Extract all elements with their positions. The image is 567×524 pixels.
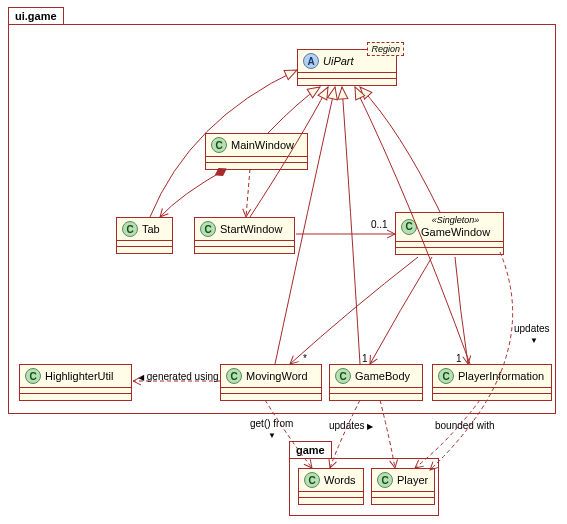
class-playerinformation: C PlayerInformation (432, 364, 552, 401)
stereotype-singleton: «Singleton» (432, 216, 480, 226)
template-param: Region (367, 42, 404, 56)
label-updates-right: updates▼ (514, 323, 550, 345)
class-playerinformation-name: PlayerInformation (458, 370, 544, 382)
class-gamewindow: C «Singleton» GameWindow (395, 212, 504, 255)
class-gamebody: C GameBody (329, 364, 423, 401)
class-startwindow-name: StartWindow (220, 223, 282, 235)
class-mainwindow-name: MainWindow (231, 139, 294, 151)
class-uipart-name: UiPart (323, 55, 354, 67)
label-bounded-with: bounded with (435, 420, 495, 431)
package-uigame-label: ui.game (8, 7, 64, 24)
class-icon: C (122, 221, 138, 237)
class-words-name: Words (324, 474, 356, 486)
class-icon: C (200, 221, 216, 237)
class-icon: C (211, 137, 227, 153)
class-icon: C (335, 368, 351, 384)
mult-0-1: 0..1 (371, 219, 388, 230)
mult-1b: 1 (456, 353, 462, 364)
class-highlighterutil: C HighlighterUtil (19, 364, 132, 401)
class-icon: C (226, 368, 242, 384)
mult-star: * (303, 353, 307, 364)
class-player-name: Player (397, 474, 428, 486)
abstract-icon: A (303, 53, 319, 69)
class-icon: C (401, 219, 417, 235)
class-tab-name: Tab (142, 223, 160, 235)
class-words: C Words (298, 468, 364, 505)
class-player: C Player (371, 468, 435, 505)
class-highlighterutil-name: HighlighterUtil (45, 370, 113, 382)
package-game-label: game (289, 441, 332, 458)
label-updates: updates ▶ (329, 420, 373, 431)
class-tab: C Tab (116, 217, 173, 254)
label-generated-using: ◀ generated using (138, 371, 219, 382)
class-icon: C (438, 368, 454, 384)
class-startwindow: C StartWindow (194, 217, 295, 254)
class-gamebody-name: GameBody (355, 370, 410, 382)
class-uipart: Region A UiPart (297, 49, 397, 86)
label-get-from: get() from▼ (250, 418, 293, 440)
class-icon: C (377, 472, 393, 488)
class-icon: C (25, 368, 41, 384)
class-mainwindow: C MainWindow (205, 133, 308, 170)
mult-1a: 1 (362, 353, 368, 364)
class-icon: C (304, 472, 320, 488)
class-gamewindow-name: GameWindow (421, 226, 490, 238)
class-movingword: C MovingWord (220, 364, 322, 401)
class-movingword-name: MovingWord (246, 370, 308, 382)
